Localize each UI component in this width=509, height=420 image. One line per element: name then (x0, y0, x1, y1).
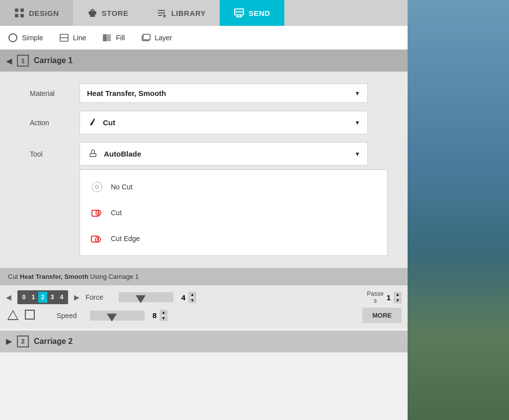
steps-next-arrow[interactable]: ▶ (74, 293, 80, 301)
line-icon (59, 33, 69, 43)
step-2-active[interactable]: 2 (38, 292, 47, 303)
nocut-icon (90, 180, 104, 194)
status-bar: Cut Heat Transfer, Smooth Using Carriage… (0, 268, 408, 285)
carriage2-title: Carriage 2 (34, 337, 73, 346)
tab-fill-label: Fill (116, 34, 125, 42)
material-dropdown-arrow: ▼ (354, 90, 360, 97)
step-4: 4 (57, 292, 66, 303)
force-value-container: 4 ▲ ▼ (179, 292, 196, 303)
menu-item-no-cut-label: No Cut (111, 183, 133, 191)
steps-display: 0 1 2 3 4 (17, 290, 68, 304)
passes-up-btn[interactable]: ▲ (394, 292, 402, 297)
controls-row-2: Speed 8 ▲ ▼ MORE (6, 308, 402, 324)
status-suffix: Using Carriage 1 (88, 273, 139, 280)
nav-store-label: STORE (102, 9, 129, 17)
svg-rect-1 (20, 8, 24, 12)
action-value: Cut (87, 116, 115, 129)
force-slider[interactable] (119, 292, 173, 302)
speed-value: 8 (151, 311, 159, 320)
speed-slider-thumb (107, 314, 117, 322)
material-row: Material Heat Transfer, Smooth ▼ (0, 80, 408, 107)
menu-item-cut-edge-label: Cut Edge (111, 235, 140, 243)
svg-rect-12 (143, 34, 150, 40)
action-dropdown-menu: No Cut Cut (80, 169, 388, 256)
tab-simple-label: Simple (22, 34, 43, 42)
nav-library-label: LIBRARY (171, 9, 206, 17)
tool-row: Tool AutoBlade ▼ (0, 138, 408, 169)
step-1: 1 (29, 292, 38, 303)
circle-icon (8, 33, 18, 43)
nav-library[interactable]: LIBRARY (142, 0, 220, 26)
fill-icon (102, 33, 112, 43)
action-dropdown-arrow: ▼ (354, 119, 360, 126)
passes-label: Passes (367, 290, 383, 305)
speed-stepper: ▲ ▼ (160, 310, 168, 321)
svg-rect-3 (20, 14, 24, 17)
tab-simple[interactable]: Simple (8, 33, 43, 43)
svg-rect-5 (235, 11, 244, 12)
square-icon (24, 309, 36, 323)
force-up-btn[interactable]: ▲ (188, 292, 196, 297)
tool-dropdown[interactable]: AutoBlade ▼ (80, 142, 368, 166)
grid-icon (14, 7, 25, 18)
carriage2-number: 2 (17, 336, 29, 347)
tab-fill[interactable]: Fill (102, 33, 125, 43)
svg-rect-13 (90, 154, 96, 157)
nav-design[interactable]: DESIGN (0, 0, 73, 26)
tab-line[interactable]: Line (59, 33, 86, 43)
passes-container: Passes 1 ▲ ▼ (367, 290, 402, 305)
action-row: Action Cut ▼ (0, 107, 408, 138)
triangle-icon (6, 308, 20, 324)
menu-item-no-cut[interactable]: No Cut (80, 174, 387, 200)
carriage1-collapse-arrow[interactable]: ◀ (6, 56, 12, 66)
passes-down-btn[interactable]: ▼ (394, 298, 402, 303)
material-dropdown[interactable]: Heat Transfer, Smooth ▼ (80, 84, 368, 103)
svg-point-23 (97, 239, 99, 241)
svg-rect-0 (15, 8, 18, 12)
step-0: 0 (19, 292, 28, 303)
svg-point-16 (92, 182, 102, 192)
menu-item-cut-edge[interactable]: Cut Edge (80, 226, 387, 252)
menu-item-cut-label: Cut (111, 209, 122, 217)
send-icon (234, 7, 245, 18)
store-icon (87, 7, 98, 18)
material-label: Material (30, 89, 80, 97)
carriage1-title: Carriage 1 (34, 56, 73, 65)
carriage1-header: ◀ 1 Carriage 1 (0, 50, 408, 72)
svg-point-6 (9, 34, 17, 42)
control-icons (6, 308, 36, 324)
library-icon (156, 7, 167, 18)
material-value: Heat Transfer, Smooth (87, 89, 166, 97)
action-dropdown[interactable]: Cut ▼ (80, 111, 368, 134)
svg-rect-10 (106, 34, 111, 41)
nav-bar: DESIGN STORE LIBRARY (0, 0, 408, 26)
tool-label: Tool (30, 150, 80, 158)
speed-down-btn[interactable]: ▼ (160, 316, 168, 321)
nav-send-label: SEND (249, 9, 270, 17)
steps-prev-arrow[interactable]: ◀ (6, 293, 11, 301)
passes-value: 1 (387, 293, 391, 302)
speed-slider[interactable] (90, 311, 145, 321)
settings-area: Material Heat Transfer, Smooth ▼ Action (0, 72, 408, 268)
svg-rect-2 (15, 14, 18, 17)
tab-layer[interactable]: Layer (141, 33, 172, 43)
tool-value: AutoBlade (87, 148, 141, 160)
speed-up-btn[interactable]: ▲ (160, 310, 168, 315)
carriage2-header: ▶ 2 Carriage 2 (0, 331, 408, 352)
main-panel: DESIGN STORE LIBRARY (0, 0, 408, 420)
sub-nav: Simple Line Fill (0, 26, 408, 50)
more-button[interactable]: MORE (362, 308, 402, 323)
speed-value-container: 8 ▲ ▼ (151, 310, 168, 321)
tab-layer-label: Layer (155, 34, 172, 42)
svg-point-17 (95, 185, 98, 188)
force-stepper: ▲ ▼ (188, 292, 196, 303)
tool-dropdown-arrow: ▼ (354, 151, 360, 158)
carriage2-expand-arrow[interactable]: ▶ (6, 336, 12, 346)
cut-icon (90, 206, 104, 220)
cut-blade-icon (87, 116, 98, 129)
force-down-btn[interactable]: ▼ (188, 298, 196, 303)
nav-send[interactable]: SEND (220, 0, 284, 26)
force-value: 4 (179, 293, 187, 302)
menu-item-cut[interactable]: Cut (80, 200, 387, 226)
nav-store[interactable]: STORE (73, 0, 143, 26)
